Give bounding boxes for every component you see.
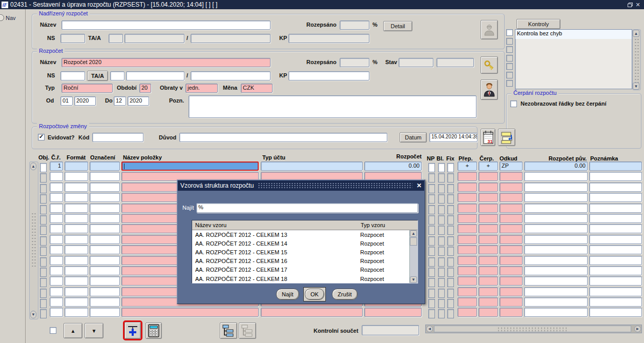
cell-odkud[interactable] [500,214,523,223]
cell-bl-checkbox[interactable] [438,163,445,172]
template-list-item[interactable]: AA. ROZPOČET 2012 - CELKEM 17Rozpocet [192,266,409,274]
parent-akce-field[interactable] [191,34,271,43]
cell-oznaceni[interactable] [90,308,120,317]
cell-poznamka[interactable] [589,193,642,202]
datum-field[interactable]: 15.04.2020 14:04:39 [429,133,477,142]
cell-format[interactable] [65,276,88,286]
cell-oznaceni[interactable] [90,172,120,181]
cell-cr[interactable] [50,256,63,265]
cell-cerp[interactable] [479,172,498,181]
cell-fix-checkbox[interactable] [447,163,454,172]
cell-cr[interactable]: 1 [50,162,63,171]
cell-odkud[interactable] [500,193,523,202]
cell-oznaceni[interactable] [90,287,120,296]
budget-taa-name-field[interactable] [126,71,184,80]
cell-cerp[interactable]: + [479,162,498,171]
cell-rozpocet_puv[interactable] [524,276,588,286]
cell-rozpocet_puv[interactable] [524,308,588,317]
cell-odkud[interactable] [500,276,523,286]
cell-odkud[interactable] [500,308,523,317]
cell-np-checkbox[interactable] [428,163,435,172]
cell-oznaceni[interactable] [90,297,120,307]
dialog-scroll-thumb[interactable] [410,237,417,246]
grid-scroll-left-icon[interactable]: ◄ [426,326,433,332]
kontroly-button[interactable]: Kontroly [516,19,560,29]
cell-format[interactable] [65,162,88,171]
calendar-button[interactable]: 31 [481,129,495,146]
cell-cerp[interactable] [479,183,498,192]
cell-rozpocet_puv[interactable] [524,287,588,296]
cell-odkud[interactable] [500,172,523,181]
cell-odkud[interactable] [500,224,523,233]
cell-rozpocet_puv[interactable] [524,256,588,265]
datum-button[interactable]: Datum [400,132,427,143]
cell-poznamka[interactable] [589,235,642,244]
cell-prep[interactable] [458,266,477,275]
cell-rozpocet[interactable] [364,308,422,317]
insert-from-template-button[interactable] [124,322,141,339]
cell-typ_uctu[interactable] [261,308,363,317]
grid-scroll-right-icon[interactable]: ► [634,326,641,332]
parent-taa-name-field[interactable] [124,34,184,43]
budget-nazev-field[interactable]: Rozpočet 2020 [61,58,271,67]
bottom-select-checkbox[interactable] [50,327,56,334]
budget-kp-field[interactable] [288,71,369,80]
cell-format[interactable] [65,214,88,223]
cerpani-checkbox[interactable] [510,100,517,107]
cell-format[interactable] [65,266,88,275]
hscroll-thumb[interactable] [434,326,631,332]
cell-rozpocet_puv[interactable]: 0.00 [524,162,588,171]
kontroly-row-checkbox[interactable] [506,29,513,36]
evidovat-checkbox[interactable] [38,134,45,140]
cell-prep[interactable] [458,308,477,317]
cell-oznaceni[interactable] [90,276,120,286]
cell-cerp[interactable] [479,287,498,296]
kod-field[interactable] [92,133,143,142]
cell-cr[interactable] [50,193,63,202]
cell-typ_uctu[interactable] [261,162,363,171]
cell-format[interactable] [65,297,88,307]
grid-horizontal-scrollbar[interactable]: ◄ ► [425,325,642,333]
cell-rozpocet_puv[interactable] [524,204,588,213]
cell-prep[interactable] [458,235,477,244]
dialog-ok-button[interactable]: OK [305,289,324,300]
scroll-down-icon[interactable]: ▼ [633,83,639,90]
dialog-titlebar[interactable]: Vzorová struktura rozpočtu ✕ [178,180,424,191]
cell-format[interactable] [65,287,88,296]
budget-ns-field[interactable] [60,71,85,80]
cell-poznamka[interactable] [589,183,642,192]
cell-prep[interactable]: + [458,162,477,171]
cell-rozpocet[interactable]: 0.00 [364,162,422,171]
cell-obj-checkbox[interactable] [40,163,47,172]
cell-format[interactable] [65,224,88,233]
cell-cerp[interactable] [479,266,498,275]
kontroly-list-item[interactable]: Kontrola bez chyb [515,30,632,39]
cell-format[interactable] [65,245,88,254]
cell-cerp[interactable] [479,308,498,317]
cell-cr[interactable] [50,214,63,223]
budget-obraty-field[interactable]: jedn. [185,84,218,93]
cell-poznamka[interactable] [589,256,642,265]
cell-prep[interactable] [458,193,477,202]
cell-rozpocet_puv[interactable] [524,183,588,192]
budget-mena-field[interactable]: CZK [241,84,273,93]
cell-cerp[interactable] [479,214,498,223]
cell-cr[interactable] [50,245,63,254]
cell-format[interactable] [65,235,88,244]
cell-poznamka[interactable] [589,214,642,223]
cell-poznamka[interactable] [589,162,642,171]
cell-poznamka[interactable] [589,287,642,296]
cell-oznaceni[interactable] [90,162,120,171]
nav-toggle[interactable]: Nav [0,14,16,21]
cell-oznaceni[interactable] [90,266,120,275]
cell-oznaceni[interactable] [90,224,120,233]
template-list-item[interactable]: AA. ROZPOČET 2012 - CELKEM 18Rozpocet [192,274,409,283]
dialog-list-scrollbar[interactable]: ▲ ▼ [409,230,418,283]
dialog-close-icon[interactable]: ✕ [417,182,422,189]
dialog-scroll-up-icon[interactable]: ▲ [410,230,417,237]
cell-prep[interactable] [458,287,477,296]
budget-do-month-field[interactable]: 12 [114,96,126,106]
cell-rozpocet_puv[interactable] [524,235,588,244]
cell-format[interactable] [65,183,88,192]
cell-prep[interactable] [458,245,477,254]
